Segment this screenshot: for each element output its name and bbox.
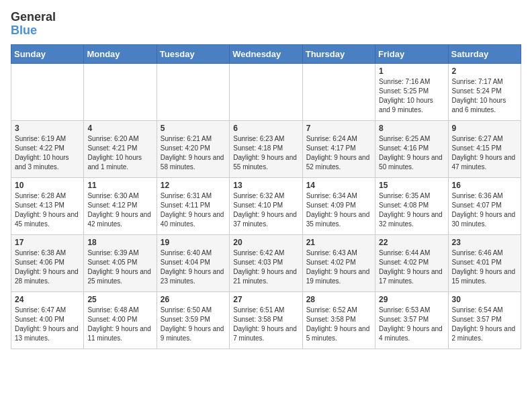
day-cell: 25Sunrise: 6:48 AMSunset: 4:00 PMDayligh… bbox=[84, 291, 157, 349]
week-row-2: 3Sunrise: 6:19 AMSunset: 4:22 PMDaylight… bbox=[11, 120, 521, 177]
day-info: Sunrise: 6:46 AMSunset: 4:01 PMDaylight:… bbox=[452, 248, 517, 286]
day-info: Sunrise: 6:25 AMSunset: 4:16 PMDaylight:… bbox=[379, 134, 444, 172]
day-cell: 21Sunrise: 6:43 AMSunset: 4:02 PMDayligh… bbox=[302, 234, 375, 291]
day-number: 28 bbox=[306, 295, 371, 304]
day-cell bbox=[230, 63, 302, 120]
day-cell: 16Sunrise: 6:36 AMSunset: 4:07 PMDayligh… bbox=[448, 177, 521, 234]
header-sunday: Sunday bbox=[11, 44, 84, 63]
day-cell bbox=[84, 63, 157, 120]
day-cell: 22Sunrise: 6:44 AMSunset: 4:02 PMDayligh… bbox=[375, 234, 448, 291]
day-cell: 28Sunrise: 6:52 AMSunset: 3:58 PMDayligh… bbox=[302, 291, 375, 349]
day-cell: 27Sunrise: 6:51 AMSunset: 3:58 PMDayligh… bbox=[230, 291, 302, 349]
day-number: 23 bbox=[452, 238, 517, 247]
day-number: 2 bbox=[452, 66, 517, 76]
day-cell: 29Sunrise: 6:53 AMSunset: 3:57 PMDayligh… bbox=[375, 291, 448, 349]
day-number: 30 bbox=[452, 295, 517, 304]
day-cell: 14Sunrise: 6:34 AMSunset: 4:09 PMDayligh… bbox=[302, 177, 375, 234]
day-number: 14 bbox=[306, 181, 371, 190]
day-cell: 2Sunrise: 7:17 AMSunset: 5:24 PMDaylight… bbox=[448, 63, 521, 120]
day-cell: 23Sunrise: 6:46 AMSunset: 4:01 PMDayligh… bbox=[448, 234, 521, 291]
calendar-table: SundayMondayTuesdayWednesdayThursdayFrid… bbox=[11, 44, 521, 349]
day-info: Sunrise: 7:17 AMSunset: 5:24 PMDaylight:… bbox=[452, 77, 517, 115]
header-saturday: Saturday bbox=[448, 44, 521, 63]
day-info: Sunrise: 6:30 AMSunset: 4:12 PMDaylight:… bbox=[87, 191, 152, 229]
day-info: Sunrise: 6:21 AMSunset: 4:20 PMDaylight:… bbox=[161, 134, 226, 172]
day-number: 11 bbox=[87, 181, 152, 190]
day-number: 1 bbox=[379, 66, 444, 76]
day-info: Sunrise: 6:39 AMSunset: 4:05 PMDaylight:… bbox=[87, 248, 152, 286]
day-number: 8 bbox=[379, 124, 444, 133]
day-info: Sunrise: 6:28 AMSunset: 4:13 PMDaylight:… bbox=[15, 191, 80, 229]
day-cell bbox=[157, 63, 229, 120]
day-cell: 20Sunrise: 6:42 AMSunset: 4:03 PMDayligh… bbox=[230, 234, 302, 291]
day-info: Sunrise: 6:38 AMSunset: 4:06 PMDaylight:… bbox=[15, 248, 80, 286]
day-cell: 24Sunrise: 6:47 AMSunset: 4:00 PMDayligh… bbox=[11, 291, 84, 349]
day-cell: 12Sunrise: 6:31 AMSunset: 4:11 PMDayligh… bbox=[157, 177, 229, 234]
day-info: Sunrise: 6:31 AMSunset: 4:11 PMDaylight:… bbox=[161, 191, 226, 229]
day-cell: 7Sunrise: 6:24 AMSunset: 4:17 PMDaylight… bbox=[302, 120, 375, 177]
header-tuesday: Tuesday bbox=[157, 44, 229, 63]
day-number: 16 bbox=[452, 181, 517, 190]
day-cell: 18Sunrise: 6:39 AMSunset: 4:05 PMDayligh… bbox=[84, 234, 157, 291]
day-number: 6 bbox=[233, 124, 298, 133]
day-number: 13 bbox=[233, 181, 298, 190]
day-number: 18 bbox=[87, 238, 152, 247]
day-cell: 6Sunrise: 6:23 AMSunset: 4:18 PMDaylight… bbox=[230, 120, 302, 177]
week-row-4: 17Sunrise: 6:38 AMSunset: 4:06 PMDayligh… bbox=[11, 234, 521, 291]
day-info: Sunrise: 6:36 AMSunset: 4:07 PMDaylight:… bbox=[452, 191, 517, 229]
day-info: Sunrise: 6:24 AMSunset: 4:17 PMDaylight:… bbox=[306, 134, 371, 172]
day-number: 20 bbox=[233, 238, 298, 247]
day-info: Sunrise: 6:34 AMSunset: 4:09 PMDaylight:… bbox=[306, 191, 371, 229]
header-friday: Friday bbox=[375, 44, 448, 63]
day-info: Sunrise: 6:44 AMSunset: 4:02 PMDaylight:… bbox=[379, 248, 444, 286]
day-cell: 19Sunrise: 6:40 AMSunset: 4:04 PMDayligh… bbox=[157, 234, 229, 291]
header-monday: Monday bbox=[84, 44, 157, 63]
day-cell: 3Sunrise: 6:19 AMSunset: 4:22 PMDaylight… bbox=[11, 120, 84, 177]
day-info: Sunrise: 6:32 AMSunset: 4:10 PMDaylight:… bbox=[233, 191, 298, 229]
day-cell bbox=[302, 63, 375, 120]
header-thursday: Thursday bbox=[302, 44, 375, 63]
day-cell: 26Sunrise: 6:50 AMSunset: 3:59 PMDayligh… bbox=[157, 291, 229, 349]
day-cell: 1Sunrise: 7:16 AMSunset: 5:25 PMDaylight… bbox=[375, 63, 448, 120]
day-info: Sunrise: 6:50 AMSunset: 3:59 PMDaylight:… bbox=[161, 306, 226, 343]
day-number: 25 bbox=[87, 295, 152, 304]
day-info: Sunrise: 6:43 AMSunset: 4:02 PMDaylight:… bbox=[306, 248, 371, 286]
header-wednesday: Wednesday bbox=[230, 44, 302, 63]
day-number: 4 bbox=[87, 124, 152, 133]
day-number: 3 bbox=[15, 124, 80, 133]
day-number: 10 bbox=[15, 181, 80, 190]
day-info: Sunrise: 6:27 AMSunset: 4:15 PMDaylight:… bbox=[452, 134, 517, 172]
day-number: 17 bbox=[15, 238, 80, 247]
logo-text: General Blue bbox=[11, 11, 56, 38]
day-number: 21 bbox=[306, 238, 371, 247]
day-number: 24 bbox=[15, 295, 80, 304]
day-cell: 10Sunrise: 6:28 AMSunset: 4:13 PMDayligh… bbox=[11, 177, 84, 234]
day-number: 9 bbox=[452, 124, 517, 133]
week-row-3: 10Sunrise: 6:28 AMSunset: 4:13 PMDayligh… bbox=[11, 177, 521, 234]
header-row: SundayMondayTuesdayWednesdayThursdayFrid… bbox=[11, 44, 521, 63]
week-row-5: 24Sunrise: 6:47 AMSunset: 4:00 PMDayligh… bbox=[11, 291, 521, 349]
day-cell: 30Sunrise: 6:54 AMSunset: 3:57 PMDayligh… bbox=[448, 291, 521, 349]
day-info: Sunrise: 6:47 AMSunset: 4:00 PMDaylight:… bbox=[15, 306, 80, 343]
calendar-body: 1Sunrise: 7:16 AMSunset: 5:25 PMDaylight… bbox=[11, 63, 521, 349]
day-info: Sunrise: 6:23 AMSunset: 4:18 PMDaylight:… bbox=[233, 134, 298, 172]
day-info: Sunrise: 6:52 AMSunset: 3:58 PMDaylight:… bbox=[306, 306, 371, 343]
week-row-1: 1Sunrise: 7:16 AMSunset: 5:25 PMDaylight… bbox=[11, 63, 521, 120]
day-number: 22 bbox=[379, 238, 444, 247]
day-cell bbox=[11, 63, 84, 120]
day-cell: 5Sunrise: 6:21 AMSunset: 4:20 PMDaylight… bbox=[157, 120, 229, 177]
day-info: Sunrise: 6:40 AMSunset: 4:04 PMDaylight:… bbox=[161, 248, 226, 286]
day-number: 12 bbox=[161, 181, 226, 190]
day-cell: 4Sunrise: 6:20 AMSunset: 4:21 PMDaylight… bbox=[84, 120, 157, 177]
day-cell: 17Sunrise: 6:38 AMSunset: 4:06 PMDayligh… bbox=[11, 234, 84, 291]
day-cell: 8Sunrise: 6:25 AMSunset: 4:16 PMDaylight… bbox=[375, 120, 448, 177]
day-number: 29 bbox=[379, 295, 444, 304]
day-cell: 11Sunrise: 6:30 AMSunset: 4:12 PMDayligh… bbox=[84, 177, 157, 234]
day-cell: 15Sunrise: 6:35 AMSunset: 4:08 PMDayligh… bbox=[375, 177, 448, 234]
day-number: 7 bbox=[306, 124, 371, 133]
day-info: Sunrise: 6:19 AMSunset: 4:22 PMDaylight:… bbox=[15, 134, 80, 172]
day-info: Sunrise: 6:51 AMSunset: 3:58 PMDaylight:… bbox=[233, 306, 298, 343]
day-info: Sunrise: 6:20 AMSunset: 4:21 PMDaylight:… bbox=[87, 134, 152, 172]
day-number: 5 bbox=[161, 124, 226, 133]
day-cell: 13Sunrise: 6:32 AMSunset: 4:10 PMDayligh… bbox=[230, 177, 302, 234]
